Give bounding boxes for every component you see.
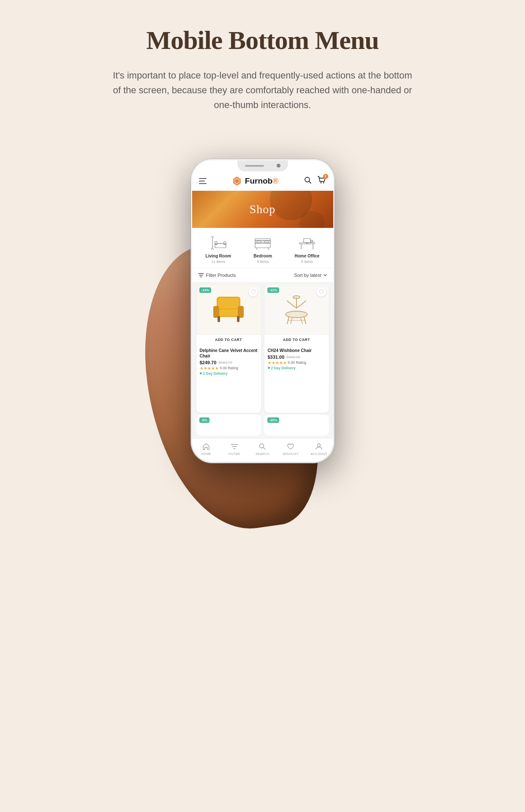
category-home-office[interactable]: Home Office 8 Items xyxy=(294,234,319,264)
nav-filter-label: FILTER xyxy=(228,452,240,456)
living-room-label: Living Room xyxy=(206,254,231,258)
search-icon[interactable] xyxy=(304,176,312,186)
home-icon xyxy=(201,442,211,451)
filter-bar: Filter Products Sort by latest xyxy=(192,268,333,282)
phone-device: Furnob® xyxy=(191,159,335,463)
menu-icon[interactable] xyxy=(199,178,207,184)
nav-wishlist-label: WISHLIST xyxy=(283,452,299,456)
svg-rect-32 xyxy=(218,298,239,309)
nav-filter[interactable]: FILTER xyxy=(224,442,245,456)
products-grid: -14% xyxy=(192,282,333,414)
app-name: Furnob® xyxy=(245,176,278,186)
shop-banner: Shop xyxy=(192,191,333,228)
chevron-down-icon xyxy=(323,273,327,277)
cart-badge: 2 xyxy=(323,174,328,179)
partial-products-row: -8% -20% xyxy=(192,414,333,438)
svg-line-51 xyxy=(301,318,302,324)
filter-button[interactable]: Filter Products xyxy=(198,272,236,278)
product-name-1: Delphine Cane Velvet Accent Chair xyxy=(200,348,258,359)
discount-badge-1: -14% xyxy=(199,287,212,293)
svg-rect-23 xyxy=(304,238,310,243)
svg-line-9 xyxy=(212,248,214,250)
partial-discount-2: -20% xyxy=(267,417,280,423)
product-card-2: -11% xyxy=(264,284,329,413)
svg-point-56 xyxy=(260,444,264,448)
bedroom-icon xyxy=(251,234,274,252)
bedroom-count: 9 Items xyxy=(257,260,269,264)
svg-rect-36 xyxy=(238,306,244,318)
search-nav-icon xyxy=(258,442,267,451)
svg-line-8 xyxy=(211,248,212,250)
svg-rect-34 xyxy=(216,309,241,316)
svg-rect-35 xyxy=(213,306,219,318)
svg-rect-38 xyxy=(237,316,239,322)
add-to-cart-btn-1[interactable]: ADD TO CART xyxy=(196,334,261,345)
product-card-1: -14% xyxy=(196,284,261,413)
phone-speaker xyxy=(245,165,264,167)
nav-search[interactable]: SEARCH xyxy=(252,442,273,456)
home-office-icon xyxy=(296,234,318,252)
partial-discount-1: -8% xyxy=(199,417,209,423)
nav-search-label: SEARCH xyxy=(256,452,269,456)
svg-rect-24 xyxy=(306,243,308,244)
category-living-room[interactable]: Living Room 11 Items xyxy=(206,234,231,264)
page-title: Mobile Bottom Menu xyxy=(146,25,378,55)
living-room-icon xyxy=(207,234,230,252)
product-old-price-2: $368.00 xyxy=(286,355,300,359)
discount-badge-2: -11% xyxy=(267,287,280,293)
delivery-tag-1: 2 Day Delivery xyxy=(203,371,228,376)
product-price-2: $331.00 xyxy=(268,355,285,360)
page-subtitle: It's important to place top-level and fr… xyxy=(111,68,415,113)
filter-label: Filter Products xyxy=(206,273,236,278)
home-office-count: 8 Items xyxy=(301,260,313,264)
bedroom-label: Bedroom xyxy=(253,254,272,258)
home-office-label: Home Office xyxy=(294,254,319,258)
svg-rect-10 xyxy=(215,244,226,248)
svg-rect-25 xyxy=(310,240,313,243)
stars-2: ★★★★★ xyxy=(268,360,287,365)
nav-wishlist[interactable]: WISHLIST xyxy=(280,442,301,456)
filter-icon xyxy=(198,272,204,278)
category-bedroom[interactable]: Bedroom 9 Items xyxy=(251,234,274,264)
phone-notch xyxy=(237,160,288,171)
svg-line-4 xyxy=(309,181,311,183)
nav-account-label: ACCOUNT xyxy=(310,452,327,456)
account-nav-icon xyxy=(314,442,324,451)
shop-banner-title: Shop xyxy=(250,203,276,216)
delivery-dot-1 xyxy=(200,372,202,374)
sort-label: Sort by latest xyxy=(294,273,321,278)
phone-camera xyxy=(277,164,280,168)
bottom-nav: HOME FILTER xyxy=(192,438,333,462)
filter-nav-icon xyxy=(230,442,239,451)
wishlist-btn-2[interactable] xyxy=(317,287,326,297)
sort-dropdown[interactable]: Sort by latest xyxy=(294,273,327,278)
living-room-count: 11 Items xyxy=(212,260,226,264)
product-image-2 xyxy=(280,293,313,325)
nav-account[interactable]: ACCOUNT xyxy=(308,442,329,456)
nav-home-label: HOME xyxy=(201,452,211,456)
partial-card-2: -20% xyxy=(264,414,329,436)
add-to-cart-btn-2[interactable]: ADD TO CART xyxy=(264,334,329,345)
product-old-price-1: $289.70 xyxy=(218,360,232,365)
partial-card-1: -8% xyxy=(196,414,261,436)
product-name-2: CH24 Wishbone Chair xyxy=(268,348,326,353)
heart-icon-2 xyxy=(319,290,324,295)
delivery-tag-2: 2 Day Delivery xyxy=(271,366,296,370)
wishlist-nav-icon xyxy=(286,442,295,451)
furnob-logo-icon xyxy=(231,176,242,187)
svg-rect-37 xyxy=(218,316,220,322)
rating-label-1: 5.00 Rating xyxy=(220,366,238,370)
categories-section: Living Room 11 Items xyxy=(192,228,333,268)
nav-home[interactable]: HOME xyxy=(196,442,217,456)
rating-label-2: 5.00 Rating xyxy=(288,360,306,365)
svg-point-47 xyxy=(293,296,300,298)
cart-icon[interactable]: 2 xyxy=(317,176,326,187)
svg-point-6 xyxy=(323,182,324,183)
product-price-1: $249.70 xyxy=(200,360,217,365)
svg-line-50 xyxy=(291,318,292,324)
stars-1: ★★★★★ xyxy=(200,366,219,371)
delivery-dot-2 xyxy=(268,367,270,369)
wishlist-btn-1[interactable] xyxy=(249,287,258,297)
svg-point-58 xyxy=(318,444,321,447)
svg-point-5 xyxy=(320,182,321,183)
